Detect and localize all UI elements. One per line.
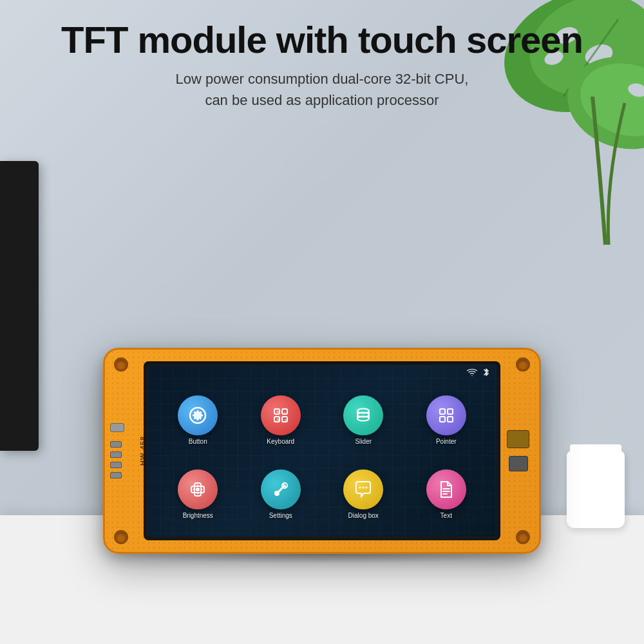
pcb-board: HW-458: [103, 348, 541, 554]
bluetooth-icon: [482, 368, 490, 377]
status-bar: [467, 368, 490, 377]
app-slider[interactable]: Slider: [325, 386, 402, 455]
subtitle-line1: Low power consumption dual-core 32-bit C…: [176, 71, 469, 87]
tft-module: HW-458: [103, 348, 541, 554]
dialogbox-icon: [343, 469, 383, 509]
slider-icon: [343, 395, 383, 435]
vase-decoration: [567, 451, 625, 528]
main-title: TFT module with touch screen: [0, 19, 644, 61]
svg-text:-: -: [284, 410, 286, 414]
svg-point-12: [196, 414, 199, 417]
app-pointer[interactable]: Pointer: [408, 386, 486, 455]
app-grid: Button +: [154, 381, 490, 534]
pointer-icon: [426, 395, 466, 435]
svg-rect-16: [200, 415, 203, 417]
connector-3: [110, 462, 122, 468]
svg-text:=: =: [284, 418, 287, 422]
text-icon: [426, 469, 466, 509]
mount-hole-bl: [114, 530, 128, 544]
svg-rect-14: [197, 418, 199, 421]
connector-2: [110, 451, 122, 458]
screen-bezel: Button +: [144, 361, 500, 540]
svg-text:+: +: [276, 410, 279, 414]
svg-rect-15: [193, 415, 195, 417]
header-section: TFT module with touch screen Low power c…: [0, 19, 644, 111]
svg-point-47: [363, 487, 365, 489]
app-text[interactable]: Text: [408, 460, 486, 529]
mount-hole-br: [516, 530, 530, 544]
chip-component: [507, 430, 529, 448]
app-keyboard[interactable]: + - × = Keyboard: [242, 386, 320, 455]
app-brightness[interactable]: Brightness: [159, 460, 237, 529]
mount-hole-tl: [114, 357, 128, 372]
text-label: Text: [440, 512, 452, 519]
settings-label: Settings: [269, 512, 292, 519]
button-icon: [178, 395, 218, 435]
svg-point-43: [196, 488, 200, 491]
screen-display: Button +: [147, 365, 497, 536]
connector-1: [110, 441, 122, 448]
button-label: Button: [189, 438, 207, 445]
frame-decoration: [0, 161, 39, 451]
svg-rect-39: [440, 417, 445, 422]
svg-point-48: [366, 487, 368, 489]
left-connectors: [110, 423, 124, 478]
settings-icon: [261, 469, 301, 509]
mount-hole-tr: [516, 357, 530, 372]
svg-rect-37: [440, 409, 445, 414]
slider-label: Slider: [355, 438, 372, 445]
app-button[interactable]: Button: [159, 386, 237, 455]
dialogbox-label: Dialog box: [348, 512, 379, 519]
brightness-icon: [178, 469, 218, 509]
svg-rect-13: [197, 410, 199, 413]
pointer-label: Pointer: [436, 438, 457, 445]
svg-rect-40: [448, 417, 453, 422]
usb-port: [110, 423, 124, 432]
app-settings[interactable]: Settings: [242, 460, 320, 529]
right-components: [507, 430, 529, 471]
svg-rect-38: [448, 409, 453, 414]
svg-text:×: ×: [276, 417, 279, 422]
keyboard-icon: + - × =: [261, 395, 301, 435]
app-dialogbox[interactable]: Dialog box: [325, 460, 402, 529]
connector-4: [110, 472, 122, 478]
keyboard-label: Keyboard: [267, 438, 294, 445]
svg-point-46: [359, 487, 361, 489]
subtitle: Low power consumption dual-core 32-bit C…: [0, 68, 644, 111]
subtitle-line2: can be used as application processor: [205, 92, 439, 108]
brightness-label: Brightness: [183, 512, 213, 519]
wifi-icon: [467, 368, 477, 376]
small-component: [509, 456, 528, 471]
